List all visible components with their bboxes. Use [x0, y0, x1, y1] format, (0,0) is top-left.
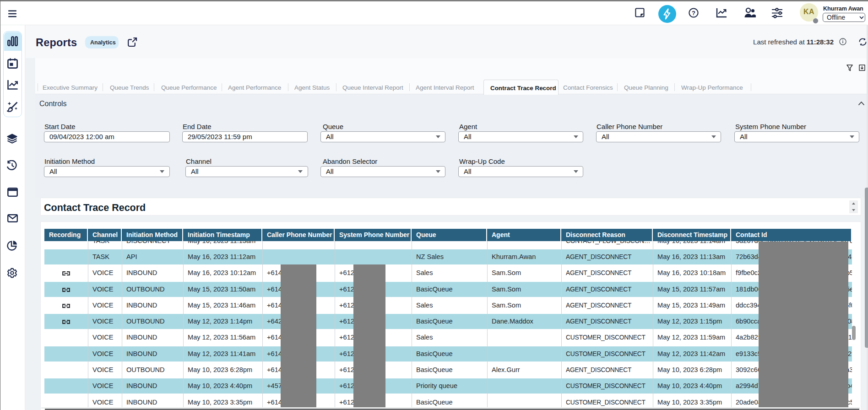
svg-text:?: ?: [692, 10, 695, 16]
